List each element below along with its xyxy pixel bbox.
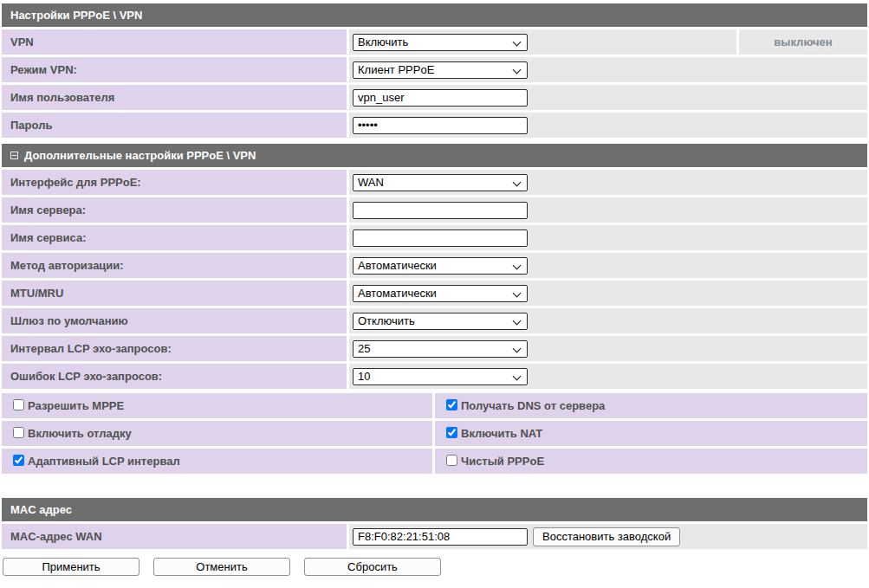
pure-pppoe-checkbox[interactable] xyxy=(446,455,457,466)
row-username: Имя пользователя xyxy=(2,85,867,110)
password-label: Пароль xyxy=(2,113,347,138)
section-header-pppoe-vpn: Настройки PPPoE \ VPN xyxy=(2,3,867,27)
auth-method-label: Метод авторизации: xyxy=(2,253,347,278)
auth-method-select[interactable]: Автоматически xyxy=(353,257,528,275)
row-vpn-mode: Режим VPN: Клиент PPPoE xyxy=(2,57,867,82)
lcp-errors-select[interactable]: 10 xyxy=(353,368,528,385)
pppoe-interface-label: Интерфейс для PPPoE: xyxy=(2,170,347,195)
dns-from-server-checkbox[interactable] xyxy=(446,399,457,410)
lcp-errors-label: Ошибок LCP эхо-запросов: xyxy=(2,364,347,389)
server-name-input[interactable] xyxy=(353,202,528,219)
footer-actions: Применить Отменить Сбросить xyxy=(2,558,867,576)
apply-button[interactable]: Применить xyxy=(3,558,139,576)
row-service-name: Имя сервиса: xyxy=(2,225,867,250)
pure-pppoe-checkbox-label: Чистый PPPoE xyxy=(461,455,544,468)
row-mtu-mru: MTU/MRU Автоматически xyxy=(2,281,867,306)
section-title: Дополнительные настройки PPPoE \ VPN xyxy=(24,149,256,162)
service-name-input[interactable] xyxy=(353,229,528,247)
default-gateway-select-value: Отключить xyxy=(358,314,415,327)
row-lcp-interval: Интервал LCP эхо-запросов: 25 xyxy=(2,336,867,361)
section-title: MAC адрес xyxy=(10,503,72,516)
pppoe-vpn-settings-page: Настройки PPPoE \ VPN VPN Включить выклю… xyxy=(0,0,869,576)
lcp-errors-select-value: 10 xyxy=(358,370,370,383)
nat-checkbox-label: Включить NAT xyxy=(461,427,542,440)
password-input[interactable] xyxy=(353,117,528,134)
pppoe-interface-select-value: WAN xyxy=(358,176,384,189)
mppe-checkbox-label: Разрешить MPPE xyxy=(28,399,124,412)
vpn-mode-select-value: Клиент PPPoE xyxy=(358,63,434,76)
checkbox-row: Разрешить MPPE Получать DNS от сервера xyxy=(2,393,867,418)
debug-checkbox[interactable] xyxy=(13,427,24,438)
lcp-interval-label: Интервал LCP эхо-запросов: xyxy=(2,336,347,361)
row-pppoe-interface: Интерфейс для PPPoE: WAN xyxy=(2,170,867,195)
lcp-interval-select[interactable]: 25 xyxy=(353,340,528,358)
row-vpn: VPN Включить выключен xyxy=(2,29,867,55)
row-server-name: Имя сервера: xyxy=(2,197,867,223)
mppe-checkbox[interactable] xyxy=(13,399,24,410)
vpn-status-badge: выключен xyxy=(739,29,867,55)
collapse-minus-icon[interactable] xyxy=(10,152,18,159)
row-default-gateway: Шлюз по умолчанию Отключить xyxy=(2,308,867,333)
default-gateway-select[interactable]: Отключить xyxy=(353,313,528,330)
vpn-label: VPN xyxy=(2,29,347,55)
vpn-mode-label: Режим VPN: xyxy=(2,57,347,82)
row-password: Пароль xyxy=(2,113,867,138)
section-header-additional: Дополнительные настройки PPPoE \ VPN xyxy=(2,144,867,167)
row-mac-wan: MAC-адрес WAN Восстановить заводской xyxy=(2,524,867,549)
service-name-label: Имя сервиса: xyxy=(2,225,347,250)
mtu-mru-select-value: Автоматически xyxy=(358,287,437,300)
nat-checkbox[interactable] xyxy=(446,427,457,438)
restore-factory-mac-button[interactable]: Восстановить заводской xyxy=(533,527,680,546)
row-lcp-errors: Ошибок LCP эхо-запросов: 10 xyxy=(2,364,867,389)
auth-method-select-value: Автоматически xyxy=(358,259,437,272)
vpn-select[interactable]: Включить xyxy=(353,34,528,51)
checkbox-row: Адаптивный LCP интервал Чистый PPPoE xyxy=(2,449,867,474)
lcp-interval-select-value: 25 xyxy=(358,342,370,355)
server-name-label: Имя сервера: xyxy=(2,197,347,223)
pppoe-interface-select[interactable]: WAN xyxy=(353,174,528,191)
adaptive-lcp-checkbox[interactable] xyxy=(13,455,24,466)
username-label: Имя пользователя xyxy=(2,85,347,110)
row-auth-method: Метод авторизации: Автоматически xyxy=(2,253,867,278)
mac-wan-input[interactable] xyxy=(353,528,528,546)
default-gateway-label: Шлюз по умолчанию xyxy=(2,308,347,333)
mac-wan-label: MAC-адрес WAN xyxy=(2,524,347,549)
vpn-mode-select[interactable]: Клиент PPPoE xyxy=(353,61,528,79)
adaptive-lcp-checkbox-label: Адаптивный LCP интервал xyxy=(28,455,180,468)
debug-checkbox-label: Включить отладку xyxy=(28,427,132,440)
checkbox-row: Включить отладку Включить NAT xyxy=(2,421,867,446)
cancel-button[interactable]: Отменить xyxy=(153,558,290,576)
username-input[interactable] xyxy=(353,89,528,107)
vpn-select-value: Включить xyxy=(358,36,408,48)
reset-button[interactable]: Сбросить xyxy=(304,558,441,576)
dns-from-server-checkbox-label: Получать DNS от сервера xyxy=(461,399,605,412)
section-title: Настройки PPPoE \ VPN xyxy=(10,9,142,22)
section-header-mac: MAC адрес xyxy=(2,498,867,521)
checkbox-options-block: Разрешить MPPE Получать DNS от сервера В… xyxy=(2,393,867,474)
mtu-mru-select[interactable]: Автоматически xyxy=(353,285,528,302)
mtu-mru-label: MTU/MRU xyxy=(2,281,347,306)
